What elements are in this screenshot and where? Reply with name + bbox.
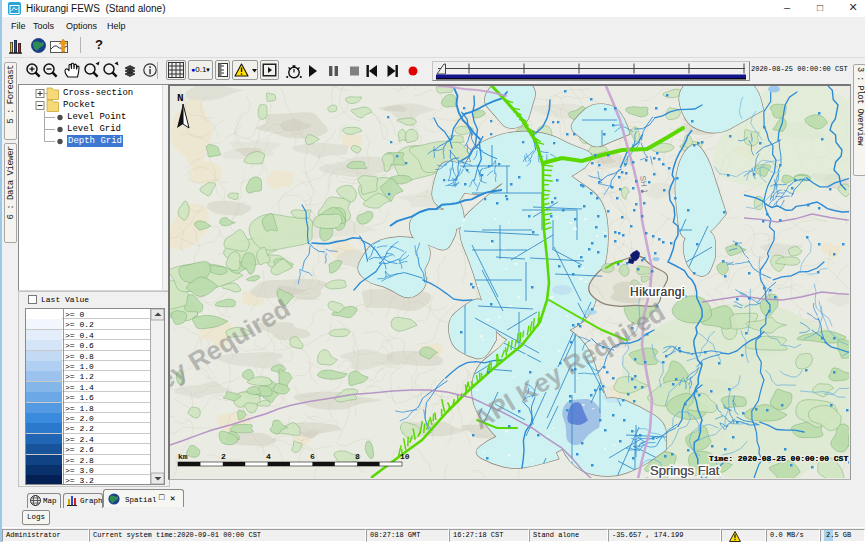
svg-text:10: 10 — [400, 452, 410, 461]
svg-text:6: 6 — [310, 452, 315, 461]
svg-text:km: km — [178, 452, 188, 461]
svg-text:4: 4 — [266, 452, 271, 461]
svg-text:8: 8 — [355, 452, 360, 461]
svg-text:2: 2 — [221, 452, 226, 461]
svg-text:Springs Flat: Springs Flat — [650, 463, 720, 478]
svg-text:Hikurangi: Hikurangi — [630, 285, 685, 299]
svg-text:Time: 2020-08-25 00:00:00 CST: Time: 2020-08-25 00:00:00 CST — [709, 454, 848, 463]
svg-text:N: N — [177, 92, 184, 104]
